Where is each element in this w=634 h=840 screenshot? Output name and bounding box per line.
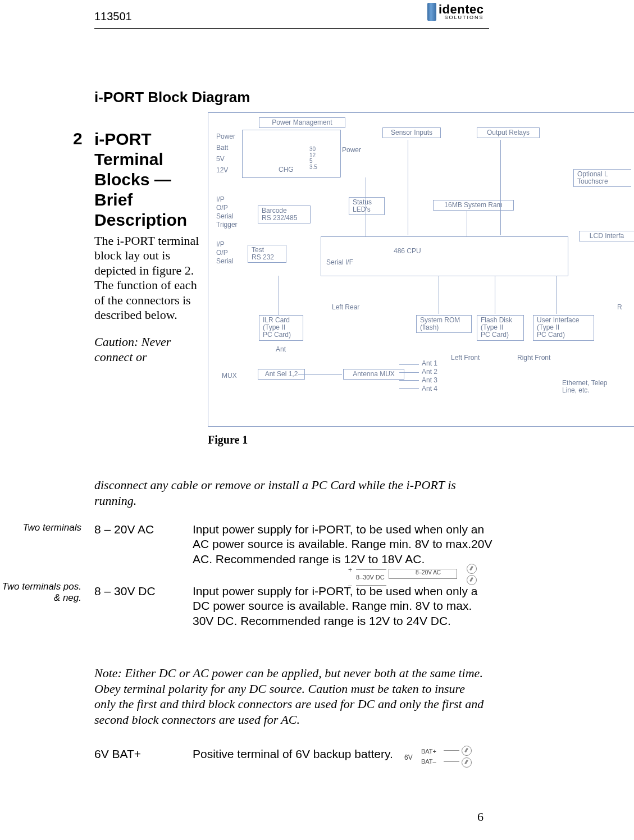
diag-cpu: 486 CPU bbox=[394, 248, 421, 255]
bat-6v: 6V bbox=[404, 754, 413, 761]
chapter-number: 2 bbox=[73, 129, 83, 148]
diag-12v-label: 12V bbox=[216, 167, 228, 174]
diag-r: R bbox=[617, 304, 622, 311]
diag-ilr-card: ILR Card (Type II PC Card) bbox=[259, 315, 303, 341]
diag-ant2: Ant 2 bbox=[422, 368, 437, 376]
diag-op: O/P bbox=[216, 204, 228, 212]
diag-mux: MUX bbox=[222, 372, 237, 380]
logo-top: identec bbox=[439, 4, 484, 15]
diag-left-front: Left Front bbox=[451, 354, 480, 362]
diag-serial: Serial bbox=[216, 213, 234, 220]
dc-range: 8–30V DC bbox=[356, 574, 385, 581]
diag-ip: I/P bbox=[216, 196, 225, 203]
diag-ethernet: Ethernet, Telep Line, etc. bbox=[562, 380, 608, 394]
caution-continued: disconnect any cable or remove or instal… bbox=[94, 477, 487, 508]
diag-user-if: User Interface (Type II PC Card) bbox=[533, 315, 594, 341]
logo-icon bbox=[427, 3, 436, 21]
chapter-title-text: i-PORT Terminal Blocks — Brief Descripti… bbox=[94, 130, 187, 229]
logo-bottom: SOLUTIONS bbox=[439, 15, 484, 20]
spec-label-bat: 6V BAT+ bbox=[94, 747, 193, 761]
diag-ip2: I/P bbox=[216, 241, 225, 248]
ac-range: 8–20V AC bbox=[416, 569, 441, 576]
diag-chg-values: 30 12 5 3.5 bbox=[309, 147, 317, 170]
spec-row-bat: 6V BAT+ Positive terminal of 6V backup b… bbox=[94, 747, 428, 761]
plus-label: + bbox=[348, 566, 352, 574]
bat-minus: BAT– bbox=[421, 758, 436, 765]
diag-power-mgmt: Power Management bbox=[259, 117, 345, 128]
spec-row-ac: 8 – 20V AC Input power supply for i-PORT… bbox=[94, 522, 493, 567]
diag-sys-rom: System ROM (flash) bbox=[416, 315, 472, 333]
diag-ram: 16MB System Ram bbox=[433, 200, 514, 211]
diag-op2: O/P bbox=[216, 249, 228, 257]
chapter-title: i-PORT Terminal Blocks — Brief Descripti… bbox=[94, 129, 207, 364]
margin-note-1: Two terminals bbox=[0, 522, 81, 533]
diag-serial-if: Serial I/F bbox=[326, 259, 353, 266]
block-diagram: Power Management Sensor Inputs Output Re… bbox=[208, 112, 634, 427]
diag-power2-label: Power bbox=[342, 147, 361, 154]
diag-right-front: Right Front bbox=[517, 354, 550, 362]
caution-start: Caution: Never connect or bbox=[94, 335, 207, 364]
diag-5v-label: 5V bbox=[216, 156, 225, 163]
diag-test-rs: Test RS 232 bbox=[248, 245, 286, 263]
diag-flash-disk: Flash Disk (Type II PC Card) bbox=[477, 315, 524, 341]
mini-diagram-bat: 6V BAT+ BAT– bbox=[404, 746, 500, 771]
diag-trigger: Trigger bbox=[216, 221, 238, 229]
spec-desc-bat: Positive terminal of 6V backup battery. bbox=[193, 747, 428, 761]
diag-barcode: Barcode RS 232/485 bbox=[258, 206, 311, 223]
intro-paragraph: The i-PORT terminal block lay out is dep… bbox=[94, 234, 207, 322]
spec-label-dc: 8 – 30V DC bbox=[94, 584, 193, 628]
spec-desc-ac: Input power supply for i-PORT, to be use… bbox=[193, 522, 493, 567]
diag-lcd: LCD Interfa bbox=[579, 231, 634, 241]
diag-power-label: Power bbox=[216, 133, 235, 140]
spec-label-ac: 8 – 20V AC bbox=[94, 522, 193, 567]
doc-number: 113501 bbox=[94, 10, 132, 23]
margin-note-2: Two terminals pos. & neg. bbox=[0, 581, 81, 603]
logo: identec SOLUTIONS bbox=[427, 1, 489, 22]
diag-ant3: Ant 3 bbox=[422, 377, 437, 384]
mini-diagram-power: + – 8–30V DC 8–20V AC bbox=[348, 563, 494, 596]
diag-serial2: Serial bbox=[216, 258, 234, 265]
diag-ant4: Ant 4 bbox=[422, 385, 437, 392]
logo-text: identec SOLUTIONS bbox=[439, 4, 484, 20]
diag-sensor-inputs: Sensor Inputs bbox=[382, 127, 441, 138]
minus-label: – bbox=[348, 582, 352, 590]
header-rule bbox=[94, 28, 489, 29]
bat-plus: BAT+ bbox=[421, 748, 436, 755]
diag-ant-mux: Antenna MUX bbox=[343, 369, 404, 380]
diag-status-leds: Status LED's bbox=[349, 197, 385, 215]
diag-chg-label: CHG bbox=[279, 166, 294, 174]
section-title: i-PORT Block Diagram bbox=[94, 89, 250, 106]
page: 113501 identec SOLUTIONS i-PORT Block Di… bbox=[0, 0, 634, 840]
figure-caption: Figure 1 bbox=[208, 433, 248, 446]
diag-ant: Ant bbox=[276, 346, 286, 353]
diag-output-relays: Output Relays bbox=[477, 127, 540, 138]
note-block: Note: Either DC or AC power can be appli… bbox=[94, 665, 487, 727]
diag-left-rear: Left Rear bbox=[332, 304, 359, 311]
diag-ant1: Ant 1 bbox=[422, 360, 437, 367]
diag-optional: Optional L Touchscre bbox=[573, 169, 631, 187]
diag-batt-label: Batt bbox=[216, 144, 228, 152]
page-number: 6 bbox=[477, 810, 484, 824]
